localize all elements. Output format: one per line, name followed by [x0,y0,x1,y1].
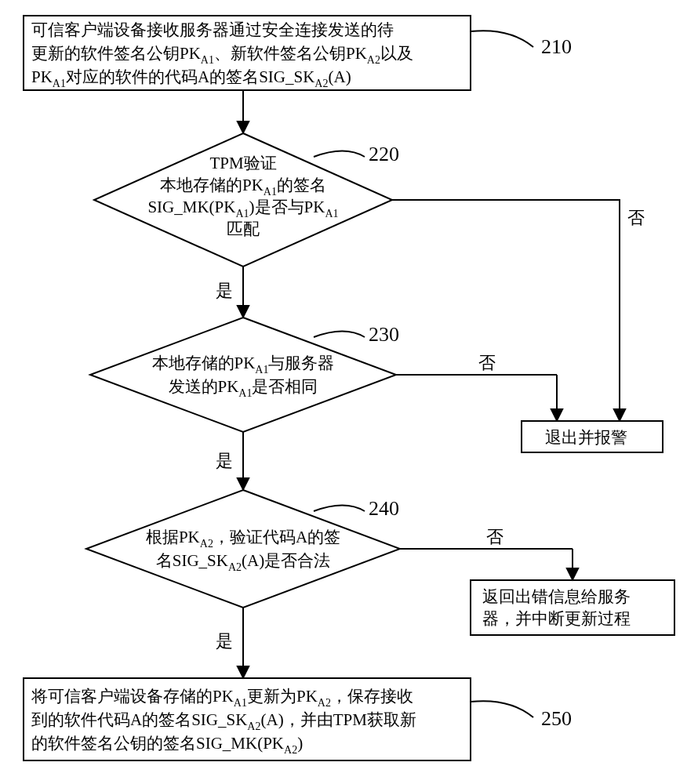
decision-220: TPM验证 本地存储的PKA1的签名 SIG_MK(PKA1)是否与PKA1 匹… [94,133,392,267]
svg-text:退出并报警: 退出并报警 [545,428,627,447]
label-230: 230 [369,323,399,346]
decision-240: 根据PKA2，验证代码A的签 名SIG_SKA2(A)是否合法 [86,490,400,608]
label-250: 250 [541,707,572,730]
svg-text:本地存储的PKA1的签名: 本地存储的PKA1的签名 [160,176,326,198]
branch-220-yes: 是 [216,281,233,300]
svg-text:可信客户端设备接收服务器通过安全连接发送的待: 可信客户端设备接收服务器通过安全连接发送的待 [31,20,394,39]
label-240: 240 [369,497,399,520]
svg-text:PKA1对应的软件的代码A的签名SIG_SKA2(A): PKA1对应的软件的代码A的签名SIG_SKA2(A) [31,67,351,89]
error-box: 返回出错信息给服务 器，并中断更新过程 [471,580,674,635]
step-250: 将可信客户端设备存储的PKA1更新为PKA2，保存接收 到的软件代码A的签名SI… [24,678,471,760]
branch-240-no: 否 [486,527,504,546]
svg-text:匹配: 匹配 [227,220,260,238]
svg-text:将可信客户端设备存储的PKA1更新为PKA2，保存接收: 将可信客户端设备存储的PKA1更新为PKA2，保存接收 [31,687,413,709]
svg-marker-14 [86,490,400,608]
svg-text:名SIG_SKA2(A)是否合法: 名SIG_SKA2(A)是否合法 [156,551,330,573]
svg-text:返回出错信息给服务: 返回出错信息给服务 [482,587,631,606]
branch-230-no: 否 [478,353,496,372]
svg-text:发送的PKA1是否相同: 发送的PKA1是否相同 [169,377,318,399]
n210-line1: 可信客户端设备接收服务器通过安全连接发送的待 [31,20,394,39]
label-210: 210 [541,35,572,58]
step-210: 可信客户端设备接收服务器通过安全连接发送的待 更新的软件签名公钥PKA1、新软件… [24,16,471,90]
svg-marker-9 [90,318,396,432]
svg-text:SIG_MK(PKA1)是否与PKA1: SIG_MK(PKA1)是否与PKA1 [147,198,338,220]
arrow-220-alarm [392,200,620,421]
svg-text:TPM验证: TPM验证 [209,154,276,172]
branch-230-yes: 是 [216,451,233,470]
exit-alarm-box: 退出并报警 [522,421,663,452]
decision-230: 本地存储的PKA1与服务器 发送的PKA1是否相同 [90,318,396,432]
branch-240-yes: 是 [216,631,233,651]
svg-text:更新的软件签名公钥PKA1、新软件签名公钥PKA2以及: 更新的软件签名公钥PKA1、新软件签名公钥PKA2以及 [31,44,413,66]
label-220: 220 [369,143,399,165]
branch-220-no: 否 [627,208,645,227]
flowchart: 可信客户端设备接收服务器通过安全连接发送的待 更新的软件签名公钥PKA1、新软件… [0,0,698,784]
svg-text:到的软件代码A的签名SIG_SKA2(A)，并由TPM获取新: 到的软件代码A的签名SIG_SKA2(A)，并由TPM获取新 [31,710,416,732]
svg-text:器，并中断更新过程: 器，并中断更新过程 [482,609,631,628]
svg-text:根据PKA2，验证代码A的签: 根据PKA2，验证代码A的签 [146,528,340,550]
svg-text:的软件签名公钥的签名SIG_MK(PKA2): 的软件签名公钥的签名SIG_MK(PKA2) [31,734,303,756]
svg-text:本地存储的PKA1与服务器: 本地存储的PKA1与服务器 [152,354,335,376]
